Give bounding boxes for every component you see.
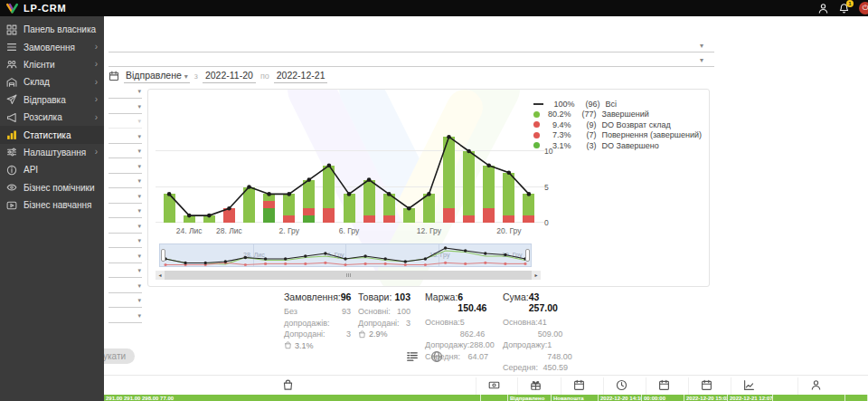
table-cell: 291.00 291.00 298.00 77.00 [104,395,481,401]
calendar-icon[interactable] [701,379,712,391]
chart-range-navigator[interactable]: 28. Лис6. Гру13. Гру19. Гру [159,243,532,267]
table-cell: 2022-12-20 14:10:06 [599,395,642,401]
chart-scrollbar[interactable]: ◂ ▸ [156,271,541,280]
navigator-right-handle[interactable] [525,249,530,262]
chevron-right-icon: › [95,43,98,52]
sidebar-item-shipping[interactable]: Відправка› [0,91,104,109]
orders-table-row[interactable]: 291.00 291.00 298.00 77.00ВідправленоНов… [104,395,868,401]
sidebar-item-warehouse[interactable]: Склад› [0,73,104,91]
side-filter-select[interactable]: ▾ [108,294,142,308]
legend-item[interactable]: 9.4%(9)DO Возврат склад [533,119,702,130]
side-filter-select[interactable]: ▾ [108,100,142,114]
calendar-icon[interactable] [573,379,585,391]
summary-subrow-value: 288.00 [469,339,495,351]
side-filter-select[interactable]: ▾ [108,115,142,129]
chevron-down-icon: ▾ [137,133,141,140]
summary-column: Замовлення:96Без допродажів:93Допродані:… [284,291,351,350]
lp-crm-logo[interactable]: LP-CRM [5,3,67,14]
chart-lines-icon[interactable] [743,379,755,391]
sidebar-item-settings[interactable]: Налаштування› [0,144,104,161]
bag-icon [358,330,366,339]
legend-count: (9) [574,120,596,129]
summary-value: 103 [394,291,410,302]
gift-icon[interactable] [530,379,542,391]
date-to-input[interactable]: 2022-12-21 [274,70,328,83]
summary-title-row: Товари:103 [358,291,410,302]
stats-icon [6,129,17,140]
chevron-down-icon: ▾ [137,148,141,155]
x-axis-tick: 28. Лис [216,226,242,235]
api-icon [6,165,17,176]
sidebar-item-stats[interactable]: Статистика [0,126,104,143]
upsell-percent-row: 2.9% [358,329,410,339]
sidebar-item-clients[interactable]: Клієнти› [0,56,104,73]
side-filter-select[interactable]: ▾ [108,234,142,248]
legend-label: DO Возврат склад [601,120,670,129]
sidebar-item-panel[interactable]: Панель власника [0,21,104,38]
chevron-down-icon: ▾ [137,177,141,185]
summary-title-row: Замовлення:96 [284,291,351,302]
sidebar-item-api[interactable]: API [0,161,104,178]
legend-item[interactable]: 7.3%(7)Повернення (завершений) [533,130,702,141]
summary-value: 96 [341,291,352,302]
column-separator [646,377,646,396]
user-icon[interactable] [817,3,829,14]
side-filter-select[interactable]: ▾ [108,190,142,204]
side-filter-select[interactable]: ▾ [108,220,142,234]
legend-item[interactable]: 3.1%(3)DO Завершено [533,140,702,151]
person-icon[interactable] [810,379,822,391]
clock-icon[interactable] [616,379,627,391]
legend-label: Повернення (завершений) [601,130,702,139]
calendar-icon [108,71,119,81]
calendar-icon[interactable] [658,379,670,391]
y-axis-tick: 5 [544,183,549,192]
side-filter-select[interactable]: ▾ [108,160,142,174]
summary-title: Товари: [358,291,392,302]
date-from-input[interactable]: 2022-11-20 [203,70,256,83]
summary-subrow: Основна:5 862.46 [425,317,488,339]
x-axis-tick: 6. Гру [339,226,359,235]
column-separator [688,377,689,396]
side-filter-select[interactable]: ▾ [108,145,142,158]
sidebar-item-orders[interactable]: Замовлення› [0,38,104,55]
side-filter-select[interactable]: ▾ [108,250,142,263]
summary-subrow: Допродажу:288.00 [425,339,488,351]
scroll-right-icon[interactable]: ▸ [532,271,541,280]
notifications-bell-icon[interactable]: 1 [838,3,850,14]
sidebar-item-label: Статистика [24,130,71,140]
side-filter-select[interactable]: ▾ [108,175,142,188]
chevron-down-icon: ▾ [137,267,141,274]
money-icon[interactable] [488,379,500,391]
sidebar-item-assistants[interactable]: Бізнес помічники [0,179,104,196]
side-filter-select[interactable]: ▾ [108,280,142,293]
sidebar-item-training[interactable]: Бізнес навчання [0,196,104,214]
upsell-percent-row: 3.1% [284,341,351,350]
bag-icon[interactable] [282,379,294,391]
navigator-left-handle[interactable] [161,249,165,262]
legend-label: Всі [605,100,617,109]
legend-count: (96) [578,100,599,109]
table-cell: Відправлено [508,395,552,401]
scroll-left-icon[interactable]: ◂ [156,271,165,280]
chevron-down-icon: ▾ [137,253,141,260]
side-filter-select[interactable]: ▾ [108,85,142,99]
summary-subrow-value: 93 [342,306,351,329]
filter-select-1[interactable]: ▾ [108,40,714,53]
bag-icon [284,341,292,349]
side-filter-select[interactable]: ▾ [108,264,142,278]
legend-item[interactable]: 100%(96)Всі [533,99,702,110]
side-filter-select[interactable]: ▾ [108,310,142,323]
date-type-select[interactable]: Відправлене▾ [124,70,190,83]
list-view-icon[interactable] [406,350,419,363]
sidebar-item-mailing[interactable]: Розсилка› [0,109,104,126]
side-filter-select[interactable]: ▾ [108,130,142,144]
logout-icon[interactable]: ⏻ [859,2,868,14]
legend-item[interactable]: 80.2%(77)Завершений [533,110,702,120]
globe-view-icon[interactable] [430,350,443,363]
legend-dot-marker [533,111,540,118]
chevron-right-icon: › [95,113,98,122]
table-cell [845,395,868,401]
filter-select-2[interactable]: ▾ [108,54,714,67]
scrollbar-thumb[interactable] [165,271,532,280]
side-filter-select[interactable]: ▾ [108,205,142,218]
